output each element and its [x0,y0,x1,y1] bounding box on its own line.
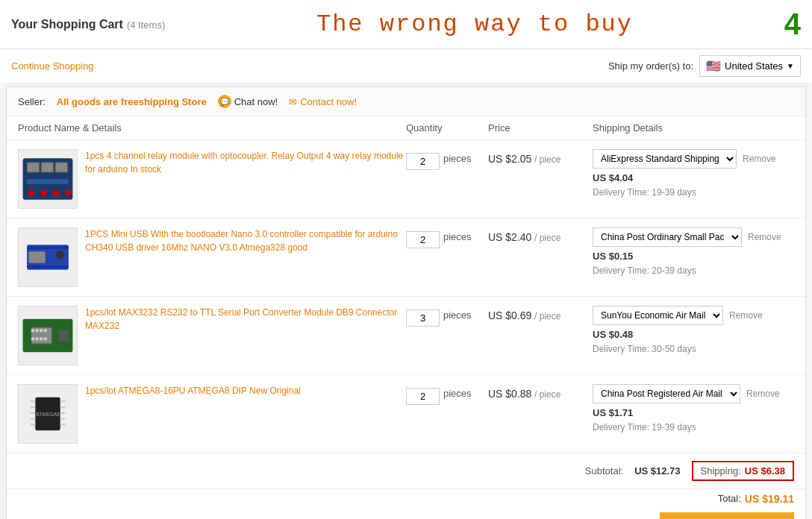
shipping-method-select[interactable]: AliExpress Standard Shipping [593,149,737,169]
quantity-cell: pieces [406,227,488,248]
remove-button[interactable]: Remove [729,310,763,321]
delivery-time: Delivery Time: 20-39 days [593,265,794,276]
chat-label: Chat now! [234,96,278,107]
contact-button[interactable]: ✉ Contact now! [289,96,357,107]
svg-point-16 [31,329,34,332]
ship-to-select[interactable]: 🇺🇸 United States ▼ [699,55,801,77]
subtotal-value: US $12.73 [634,465,680,476]
buy-from-seller-button[interactable]: Buy from this seller [660,512,794,519]
total-bar: Total: US $19.11 [7,489,805,509]
quantity-input[interactable] [406,231,440,248]
subtotal-label: Subtotal: [585,465,623,476]
quantity-input[interactable] [406,309,440,327]
quantity-cell: pieces [406,384,488,405]
seller-bar: Seller: All goods are freeshipping Store… [7,87,805,116]
svg-text:ATMEGA8: ATMEGA8 [36,412,60,417]
chat-button[interactable]: 💬 Chat now! [218,95,278,108]
product-info: ATMEGA8 1pcs/lot ATMEGA8-16PU ATMEGA8 DI… [18,384,406,444]
main-content: Seller: All goods are freeshipping Store… [6,86,806,519]
table-row: 1pcs/lot MAX3232 RS232 to TTL Serial Por… [7,297,805,375]
pieces-label: pieces [443,309,472,321]
svg-rect-1 [27,163,40,172]
shipping-total-label: Shipping: [701,465,741,476]
svg-rect-13 [27,265,69,268]
shipping-cell: China Post Registered Air Mail Remove US… [593,384,794,432]
svg-rect-10 [28,251,45,263]
quantity-cell: pieces [406,306,488,327]
shipping-cell: SunYou Economic Air Mail Remove US $0.48… [593,306,794,354]
flag-icon: 🇺🇸 [706,59,721,73]
subtotal-bar: Subtotal: US $12.73 Shipping: US $6.38 [7,453,805,489]
product-image [18,227,78,287]
svg-point-17 [35,329,38,332]
seller-label: Seller: [18,96,46,107]
seller-name[interactable]: All goods are freeshipping Store [57,96,207,107]
svg-point-7 [53,189,60,196]
quantity-cell: pieces [406,149,488,170]
col-shipping: Shipping Details [593,122,794,133]
svg-point-20 [31,337,34,340]
shipping-cost: US $4.04 [593,172,794,183]
svg-point-11 [56,251,64,259]
shipping-cost: US $1.71 [593,407,794,418]
continue-shopping-link[interactable]: Continue Shopping [11,60,94,72]
remove-button[interactable]: Remove [743,154,776,164]
ship-to-label: Ship my order(s) to: [608,60,693,72]
shipping-cell: China Post Ordinary Small Packet Remove … [593,227,794,276]
email-icon: ✉ [289,96,297,107]
header: Your Shopping Cart (4 Items) The wrong w… [0,0,812,49]
col-product: Product Name & Details [18,122,406,133]
product-image [18,306,78,365]
svg-point-22 [40,337,43,340]
price-per: / piece [534,311,560,321]
price-per: / piece [534,154,560,165]
shipping-cost: US $0.15 [593,251,794,262]
price-value: US $2.05 [488,153,531,165]
table-header: Product Name & Details Quantity Price Sh… [7,116,805,140]
header-number: 4 [784,7,801,41]
svg-rect-12 [27,247,69,249]
col-quantity: Quantity [406,122,488,133]
price-value: US $0.88 [488,388,531,400]
pieces-label: pieces [443,153,472,164]
table-row: ATMEGA8 1pcs/lot ATMEGA8-16PU ATMEGA8 DI… [7,375,805,453]
product-name[interactable]: 1pcs/lot MAX3232 RS232 to TTL Serial Por… [85,306,406,365]
shipping-total-box: Shipping: US $6.38 [692,461,794,481]
product-name[interactable]: 1pcs 4 channel relay module with optocou… [85,149,406,209]
cart-title: Your Shopping Cart [11,18,123,31]
product-image: ATMEGA8 [18,384,78,444]
total-value: US $19.11 [745,493,794,505]
product-name[interactable]: 1pcs/lot ATMEGA8-16PU ATMEGA8 DIP New Or… [85,384,301,444]
shipping-method-select[interactable]: China Post Ordinary Small Packet [593,227,742,247]
product-name[interactable]: 1PCS Mini USB With the bootloader Nano 3… [85,227,406,287]
quantity-input[interactable] [406,388,440,405]
price-cell: US $0.88 / piece [488,384,593,400]
delivery-time: Delivery Time: 19-39 days [593,187,794,198]
svg-point-19 [43,329,46,332]
pieces-label: pieces [443,231,472,242]
product-image [18,149,78,209]
nav-bar: Continue Shopping Ship my order(s) to: 🇺… [0,49,812,84]
price-cell: US $0.69 / piece [488,306,593,321]
product-info: 1PCS Mini USB With the bootloader Nano 3… [18,227,406,287]
price-cell: US $2.40 / piece [488,227,593,243]
shipping-method-select[interactable]: China Post Registered Air Mail [593,384,740,403]
dropdown-arrow-icon: ▼ [787,62,794,70]
svg-rect-24 [58,330,68,342]
svg-point-18 [40,329,43,332]
cart-title-group: Your Shopping Cart (4 Items) [11,18,165,31]
shipping-cell: AliExpress Standard Shipping Remove US $… [593,149,794,198]
price-per: / piece [534,389,560,400]
contact-label: Contact now! [300,96,357,107]
quantity-input[interactable] [406,153,440,170]
remove-button[interactable]: Remove [746,389,780,399]
price-cell: US $2.05 / piece [488,149,593,165]
delivery-time: Delivery Time: 19-39 days [593,422,794,432]
shipping-method-select[interactable]: SunYou Economic Air Mail [593,306,723,325]
remove-button[interactable]: Remove [748,232,781,242]
total-label: Total: [718,493,741,505]
svg-point-6 [40,189,47,196]
buy-btn-bar: Buy from this seller [7,509,805,519]
pieces-label: pieces [443,388,472,399]
shipping-cost: US $0.48 [593,329,794,340]
